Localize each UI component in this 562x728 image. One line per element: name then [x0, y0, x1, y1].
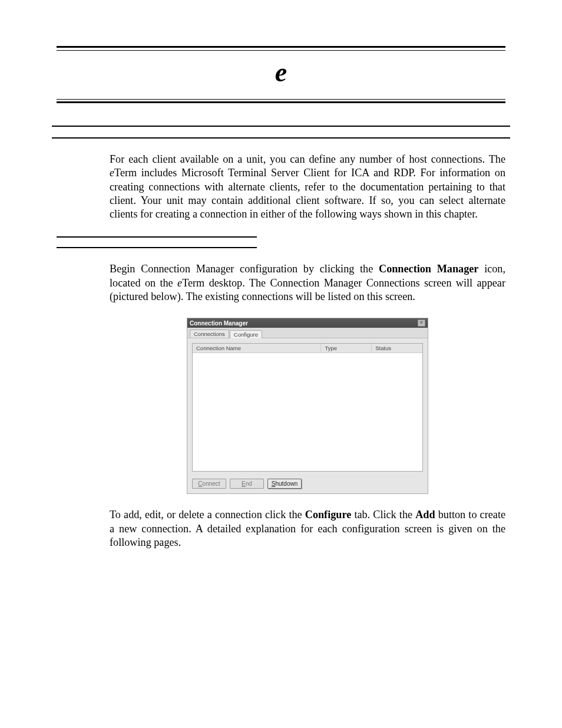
column-connection-name[interactable]: Connection Name: [193, 344, 321, 353]
connect-button[interactable]: Connect: [192, 479, 226, 489]
intro-paragraph: For each client available on a unit, you…: [110, 153, 505, 221]
shutdown-button[interactable]: Shutdown: [267, 479, 302, 489]
titlebar: Connection Manager ×: [187, 318, 428, 328]
button-row: Connect End Shutdown: [187, 476, 428, 493]
header-rule-bottom-thin: [57, 99, 505, 100]
begin-bold-connection-manager: Connection Manager: [379, 263, 478, 275]
window-title: Connection Manager: [190, 320, 248, 327]
header-rule-top-thick: [57, 46, 505, 48]
end-mnemonic: E: [242, 480, 246, 487]
begin-text-pre: Begin Connection Manager configuration b…: [110, 263, 379, 275]
connections-list: Connection Name Type Status: [192, 343, 423, 472]
tab-configure[interactable]: Configure: [230, 330, 262, 338]
shutdown-label-rest: hutdown: [275, 480, 297, 487]
list-header: Connection Name Type Status: [193, 344, 422, 353]
begin-paragraph: Begin Connection Manager configuration b…: [110, 262, 505, 304]
header-rule-bottom-thick: [57, 101, 505, 103]
connection-manager-window: Connection Manager × Connections Configu…: [187, 318, 428, 494]
end-button[interactable]: End: [230, 479, 264, 489]
tab-connections[interactable]: Connections: [190, 330, 229, 338]
addedit-bold-add: Add: [415, 509, 435, 521]
header-glyph: e: [57, 51, 505, 99]
addedit-text-pre: To add, edit, or delete a connection cli…: [110, 509, 305, 521]
column-type[interactable]: Type: [321, 344, 372, 353]
begin-italic-e: e: [177, 277, 182, 289]
subsection-rule-bottom: [57, 247, 257, 248]
section-rule-1: [52, 126, 510, 127]
connect-label-rest: onnect: [203, 480, 220, 487]
intro-text-pre: For each client available on a unit, you…: [110, 153, 505, 165]
close-icon[interactable]: ×: [418, 319, 425, 327]
end-label-rest: nd: [246, 480, 252, 487]
section-rule-2: [52, 137, 510, 139]
subsection-rule-top: [57, 236, 257, 238]
tabs-row: Connections Configure: [187, 328, 428, 338]
connect-mnemonic: C: [198, 480, 202, 487]
addedit-paragraph: To add, edit, or delete a connection cli…: [110, 508, 505, 549]
subsection-rules: [57, 236, 257, 248]
column-status[interactable]: Status: [372, 344, 422, 353]
page-header: e: [57, 46, 505, 103]
addedit-text-mid1: tab. Click the: [351, 509, 415, 521]
intro-text-post: Term includes Microsoft Terminal Server …: [110, 167, 505, 220]
intro-italic-e: e: [110, 167, 114, 179]
addedit-bold-configure: Configure: [305, 509, 351, 521]
